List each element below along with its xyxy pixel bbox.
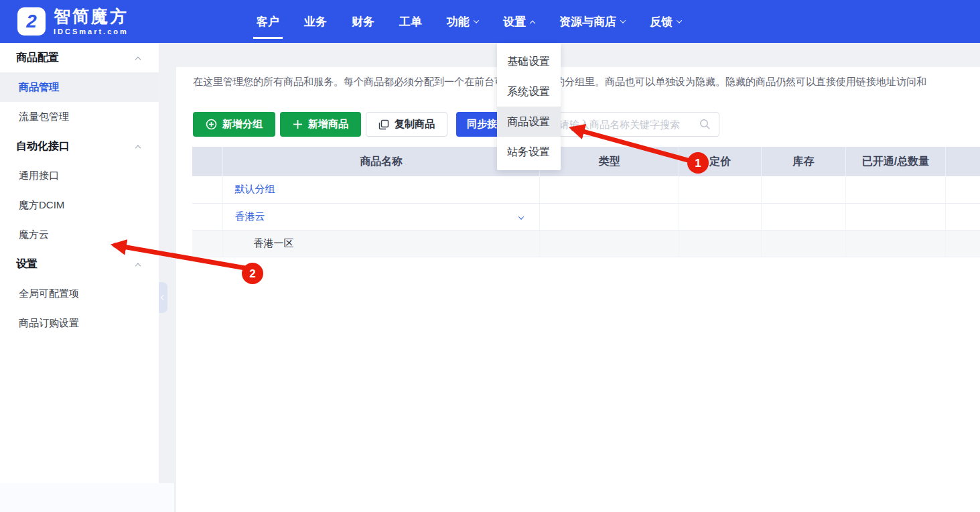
table-row: 默认分组 bbox=[192, 176, 980, 203]
sidebar-bottom-area bbox=[0, 483, 174, 512]
col-extra bbox=[945, 147, 980, 176]
menu-item-product-settings[interactable]: 商品设置 bbox=[497, 107, 561, 137]
product-hk-zone1[interactable]: 香港一区 bbox=[223, 230, 540, 257]
group-link-default[interactable]: 默认分组 bbox=[234, 183, 275, 194]
sidebar-collapse-handle[interactable] bbox=[159, 282, 167, 313]
cell-empty bbox=[540, 230, 679, 257]
nav-item-features[interactable]: 功能 bbox=[447, 0, 478, 43]
nav-item-business[interactable]: 业务 bbox=[304, 0, 327, 43]
nav-label: 设置 bbox=[503, 14, 526, 29]
table-header-row: 商品名称 类型 定价 库存 已开通/总数量 bbox=[192, 147, 980, 176]
nav-label: 反馈 bbox=[650, 14, 673, 29]
menu-item-site-settings[interactable]: 站务设置 bbox=[497, 137, 561, 167]
sidebar-section-automation-api[interactable]: 自动化接口 bbox=[0, 131, 159, 161]
logo-glyph: 2 bbox=[26, 11, 37, 32]
settings-dropdown-menu: 基础设置 系统设置 商品设置 站务设置 bbox=[497, 43, 561, 170]
nav-label: 业务 bbox=[304, 14, 327, 29]
nav-item-feedback[interactable]: 反馈 bbox=[650, 0, 681, 43]
product-table-wrap: 商品名称 类型 定价 库存 已开通/总数量 默认分组 香港云 bbox=[192, 147, 980, 257]
group-link-hk-cloud[interactable]: 香港云 bbox=[234, 210, 265, 222]
search-icon[interactable] bbox=[699, 119, 711, 130]
add-group-button[interactable]: 新增分组 bbox=[193, 112, 275, 137]
sidebar-item-label: 魔方DCIM bbox=[19, 199, 64, 212]
cell-empty bbox=[945, 203, 980, 230]
sidebar-item-label: 商品管理 bbox=[19, 81, 59, 94]
table-row: 香港一区 bbox=[192, 230, 980, 257]
button-label: 新增商品 bbox=[308, 118, 348, 131]
section-title: 设置 bbox=[16, 257, 38, 271]
sidebar-item-label: 通用接口 bbox=[19, 170, 59, 182]
nav-label: 财务 bbox=[352, 14, 374, 29]
cell-empty bbox=[945, 176, 980, 203]
chevron-down-icon bbox=[474, 17, 479, 23]
nav-item-settings[interactable]: 设置 bbox=[503, 0, 535, 43]
sidebar-item-label: 全局可配置项 bbox=[19, 287, 79, 300]
main-content: 在这里管理您的所有商品和服务。每个商品都必须分配到一个在前台可见的或隐藏的分组里… bbox=[176, 67, 980, 512]
sidebar-item-global-config[interactable]: 全局可配置项 bbox=[0, 279, 159, 308]
nav-item-customers[interactable]: 客户 bbox=[257, 0, 279, 43]
logo-title: 智简魔方 bbox=[54, 7, 129, 26]
section-title: 商品配置 bbox=[16, 51, 59, 65]
toolbar: 新增分组 新增商品 复制商品 同步接口 bbox=[193, 112, 980, 137]
cell-empty bbox=[540, 176, 679, 203]
nav-label: 资源与商店 bbox=[559, 14, 616, 29]
cell-name: 默认分组 bbox=[223, 176, 540, 203]
sidebar-item-order-settings[interactable]: 商品订购设置 bbox=[0, 308, 159, 338]
chevron-left-icon bbox=[160, 295, 165, 300]
cell-empty bbox=[192, 203, 223, 230]
logo-subtitle: IDCSmart.com bbox=[54, 27, 129, 36]
sidebar-item-label: 魔方云 bbox=[19, 229, 49, 241]
nav-label: 客户 bbox=[257, 14, 279, 29]
nav-item-resources-store[interactable]: 资源与商店 bbox=[559, 0, 625, 43]
menu-item-system-settings[interactable]: 系统设置 bbox=[497, 76, 561, 107]
copy-product-button[interactable]: 复制商品 bbox=[366, 112, 447, 137]
cell-empty bbox=[846, 203, 946, 230]
button-label: 复制商品 bbox=[395, 118, 435, 131]
sidebar-item-product-management[interactable]: 商品管理 bbox=[0, 72, 159, 102]
sidebar-item-mofang-dcim[interactable]: 魔方DCIM bbox=[0, 190, 159, 220]
button-label: 新增分组 bbox=[222, 118, 263, 131]
sidebar-section-settings[interactable]: 设置 bbox=[0, 249, 159, 279]
product-table: 商品名称 类型 定价 库存 已开通/总数量 默认分组 香港云 bbox=[192, 147, 980, 257]
sidebar-item-label: 流量包管理 bbox=[19, 111, 69, 123]
top-navbar: 2 智简魔方 IDCSmart.com 客户 业务 财务 工单 功能 设置 资源… bbox=[0, 0, 980, 43]
cell-empty bbox=[540, 203, 679, 230]
table-row: 香港云 bbox=[192, 203, 980, 230]
menu-item-basic-settings[interactable]: 基础设置 bbox=[497, 46, 561, 76]
sidebar-section-product-config[interactable]: 商品配置 bbox=[0, 43, 159, 72]
nav-item-tickets[interactable]: 工单 bbox=[399, 0, 422, 43]
col-select bbox=[192, 147, 223, 176]
logo-text: 智简魔方 IDCSmart.com bbox=[54, 7, 129, 36]
search-input[interactable] bbox=[559, 119, 699, 130]
nav-label: 功能 bbox=[447, 14, 470, 29]
cell-empty bbox=[945, 230, 980, 257]
logo[interactable]: 2 智简魔方 IDCSmart.com bbox=[17, 7, 129, 36]
chevron-up-icon bbox=[135, 57, 141, 62]
sidebar-item-general-api[interactable]: 通用接口 bbox=[0, 161, 159, 190]
cell-empty bbox=[762, 203, 846, 230]
cell-empty bbox=[679, 203, 762, 230]
nav-item-finance[interactable]: 财务 bbox=[352, 0, 374, 43]
chevron-down-icon bbox=[677, 17, 682, 23]
page-description: 在这里管理您的所有商品和服务。每个商品都必须分配到一个在前台可见的或隐藏的分组里… bbox=[193, 76, 980, 88]
chevron-up-icon bbox=[530, 21, 535, 26]
section-title: 自动化接口 bbox=[16, 139, 70, 153]
chevron-down-icon[interactable] bbox=[518, 214, 524, 219]
cell-empty bbox=[846, 230, 946, 257]
cell-name: 香港云 bbox=[223, 203, 540, 230]
chevron-down-icon bbox=[620, 17, 626, 23]
cell-empty bbox=[679, 230, 762, 257]
col-product-name: 商品名称 bbox=[223, 147, 540, 176]
sidebar-item-label: 商品订购设置 bbox=[19, 317, 79, 330]
plus-icon bbox=[293, 119, 303, 129]
col-activated-total: 已开通/总数量 bbox=[846, 147, 946, 176]
cell-empty bbox=[846, 176, 946, 203]
sidebar-item-traffic-pack[interactable]: 流量包管理 bbox=[0, 102, 159, 131]
main-nav: 客户 业务 财务 工单 功能 设置 资源与商店 反馈 bbox=[257, 0, 681, 43]
cell-empty bbox=[192, 230, 223, 257]
add-product-button[interactable]: 新增商品 bbox=[280, 112, 361, 137]
circle-plus-icon bbox=[206, 119, 217, 130]
sidebar: 商品配置 商品管理 流量包管理 自动化接口 通用接口 魔方DCIM 魔方云 设置… bbox=[0, 43, 159, 483]
sidebar-item-mofang-cloud[interactable]: 魔方云 bbox=[0, 220, 159, 249]
cell-empty bbox=[762, 230, 846, 257]
